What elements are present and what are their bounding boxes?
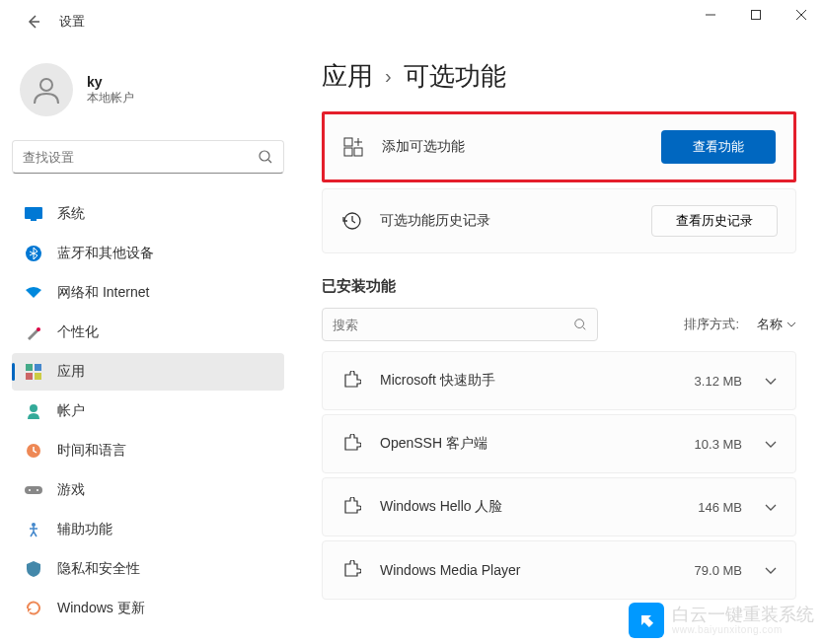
svg-rect-17	[344, 138, 352, 146]
sidebar-item-apps[interactable]: 应用	[12, 353, 284, 391]
feature-name: Windows Hello 人脸	[380, 498, 698, 516]
sidebar: ky 本地帐户 系统 蓝牙和其他设备 网络和 Internet 个性化 应用 帐…	[0, 43, 296, 644]
bluetooth-icon	[24, 244, 43, 263]
titlebar: 设置	[0, 0, 824, 43]
history-icon	[340, 210, 362, 232]
sidebar-item-bluetooth[interactable]: 蓝牙和其他设备	[12, 235, 284, 272]
watermark-logo-icon	[629, 603, 664, 638]
breadcrumb-parent[interactable]: 应用	[322, 59, 373, 94]
feature-name: OpenSSH 客户端	[380, 435, 695, 453]
svg-rect-18	[344, 148, 352, 156]
svg-rect-0	[752, 11, 761, 20]
accessibility-icon	[24, 520, 43, 539]
nav-label: 蓝牙和其他设备	[57, 245, 154, 262]
chevron-down-icon[interactable]	[764, 378, 778, 385]
svg-point-11	[30, 404, 37, 412]
add-feature-label: 添加可选功能	[382, 138, 661, 156]
main-content: 应用 › 可选功能 添加可选功能 查看功能 可选功能历史记录 查看历史记录 已安…	[296, 43, 824, 644]
puzzle-icon	[340, 496, 362, 518]
sidebar-item-gaming[interactable]: 游戏	[12, 471, 284, 509]
nav-label: 帐户	[57, 402, 85, 420]
window-title: 设置	[59, 13, 85, 31]
nav-label: 游戏	[57, 481, 85, 499]
search-icon	[258, 149, 273, 165]
time-icon	[24, 441, 43, 461]
back-button[interactable]	[20, 8, 47, 36]
chevron-down-icon[interactable]	[764, 504, 778, 511]
search-settings[interactable]	[12, 140, 284, 174]
sort-dropdown[interactable]: 名称	[757, 316, 796, 333]
feature-search-input[interactable]	[333, 318, 573, 332]
nav-label: 应用	[57, 363, 85, 381]
search-icon	[573, 318, 587, 331]
svg-rect-8	[35, 364, 41, 371]
sidebar-item-accessibility[interactable]: 辅助功能	[12, 511, 284, 548]
feature-item[interactable]: Windows Hello 人脸 146 MB	[322, 477, 796, 537]
sort-label: 排序方式:	[684, 316, 739, 333]
sidebar-item-time[interactable]: 时间和语言	[12, 432, 284, 469]
feature-name: Microsoft 快速助手	[380, 372, 695, 390]
add-feature-card: 添加可选功能 查看功能	[322, 111, 796, 182]
sidebar-item-personalization[interactable]: 个性化	[12, 314, 284, 351]
view-features-button[interactable]: 查看功能	[661, 130, 776, 164]
svg-point-6	[37, 327, 40, 331]
gaming-icon	[24, 480, 43, 500]
privacy-icon	[24, 559, 43, 579]
feature-item[interactable]: Windows Media Player 79.0 MB	[322, 540, 796, 600]
maximize-button[interactable]	[733, 0, 779, 30]
feature-item[interactable]: Microsoft 快速助手 3.12 MB	[322, 351, 796, 410]
nav-label: 网络和 Internet	[57, 284, 149, 302]
profile-subtitle: 本地帐户	[87, 90, 134, 107]
sidebar-item-network[interactable]: 网络和 Internet	[12, 274, 284, 312]
network-icon	[24, 283, 43, 303]
nav-label: 个性化	[57, 323, 99, 341]
svg-rect-4	[31, 219, 37, 221]
watermark: 白云一键重装系统 www.baiyunxitong.com	[629, 603, 814, 638]
svg-point-1	[40, 79, 52, 91]
history-card: 可选功能历史记录 查看历史记录	[322, 188, 796, 253]
svg-point-14	[29, 489, 31, 491]
feature-size: 79.0 MB	[695, 563, 742, 578]
accounts-icon	[24, 401, 43, 421]
history-label: 可选功能历史记录	[380, 212, 651, 230]
chevron-down-icon[interactable]	[764, 441, 778, 448]
profile-name: ky	[87, 74, 134, 90]
svg-point-2	[260, 151, 269, 161]
view-history-button[interactable]: 查看历史记录	[651, 205, 778, 237]
sidebar-item-accounts[interactable]: 帐户	[12, 393, 284, 430]
svg-rect-19	[354, 148, 362, 156]
personalization-icon	[24, 322, 43, 342]
nav-label: 时间和语言	[57, 442, 126, 460]
chevron-down-icon[interactable]	[764, 567, 778, 574]
svg-point-16	[32, 523, 36, 527]
search-input[interactable]	[23, 150, 258, 165]
nav-label: 隐私和安全性	[57, 560, 140, 578]
feature-item[interactable]: OpenSSH 客户端 10.3 MB	[322, 414, 796, 473]
chevron-right-icon: ›	[385, 65, 392, 88]
sidebar-item-update[interactable]: Windows 更新	[12, 590, 284, 627]
svg-rect-13	[25, 486, 42, 494]
sidebar-item-system[interactable]: 系统	[12, 195, 284, 233]
sort-value-text: 名称	[757, 316, 783, 333]
window-controls	[688, 0, 824, 30]
nav-label: 系统	[57, 205, 85, 223]
svg-point-21	[575, 320, 584, 328]
minimize-button[interactable]	[688, 0, 733, 30]
watermark-text-en: www.baiyunxitong.com	[672, 624, 814, 635]
feature-name: Windows Media Player	[380, 562, 695, 578]
puzzle-icon	[340, 433, 362, 455]
svg-rect-7	[26, 364, 33, 371]
sidebar-item-privacy[interactable]: 隐私和安全性	[12, 550, 284, 588]
add-component-icon	[342, 136, 364, 158]
profile[interactable]: ky 本地帐户	[12, 55, 284, 124]
close-button[interactable]	[779, 0, 824, 30]
filters-row: 排序方式: 名称	[322, 308, 796, 341]
feature-search[interactable]	[322, 308, 598, 341]
feature-size: 3.12 MB	[695, 374, 742, 389]
apps-icon	[24, 362, 43, 382]
svg-rect-3	[25, 207, 42, 219]
breadcrumb-current: 可选功能	[404, 59, 506, 94]
svg-rect-9	[26, 373, 33, 380]
svg-point-15	[37, 489, 38, 491]
nav-label: Windows 更新	[57, 600, 145, 617]
